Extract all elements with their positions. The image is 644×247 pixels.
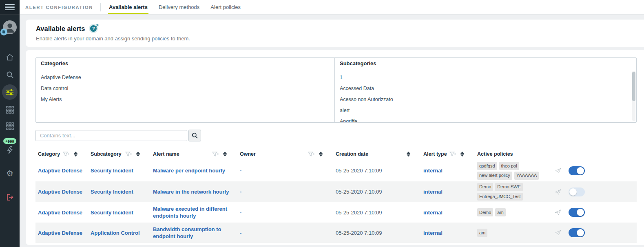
column-header-creation-date[interactable]: Creation date xyxy=(333,151,421,157)
sort-icon[interactable] xyxy=(460,152,464,157)
policy-chip: Entrega_JMCC_Test xyxy=(477,193,523,201)
cell-active-policies: qsdfqsdtheo polnew alert policyYAAAAAA xyxy=(475,160,552,181)
toggle-knob xyxy=(577,209,584,216)
cell-alert-name[interactable]: Malware per endpoint hourly xyxy=(150,165,237,176)
subcategory-item[interactable]: Angriffe xyxy=(340,116,631,122)
toggle-knob xyxy=(577,229,584,236)
alert-enabled-toggle[interactable] xyxy=(569,208,585,217)
cell-owner: - xyxy=(237,165,333,176)
policy-chip: am xyxy=(477,229,487,237)
cell-alert-type[interactable]: internal xyxy=(421,165,475,176)
column-header-owner[interactable]: Owner xyxy=(237,151,333,157)
settings-gear-icon[interactable]: ⚙ xyxy=(0,165,20,181)
cell-active-policies: DemoDemo SWEEntrega_JMCC_Test xyxy=(475,181,552,203)
table-row: Adaptive DefenseSecurity IncidentMalware… xyxy=(35,160,637,181)
cell-category[interactable]: Adaptive Defense xyxy=(35,165,88,176)
subcategory-item[interactable]: Acesso non Autorizzato xyxy=(340,94,631,105)
cell-owner: - xyxy=(237,228,333,238)
subcategory-item[interactable]: alert xyxy=(340,105,631,116)
page-header-card: Available alerts ? Enable alerts in your… xyxy=(26,20,644,47)
sort-icon[interactable] xyxy=(223,152,227,157)
grid-modules-icon[interactable] xyxy=(0,118,20,134)
cell-alert-type[interactable]: internal xyxy=(421,228,475,238)
table-row: Adaptive DefenseSecurity IncidentMalware… xyxy=(35,181,637,203)
cell-alert-type[interactable]: internal xyxy=(421,207,475,218)
cell-active-policies: am xyxy=(475,227,552,238)
cell-subcategory[interactable]: Security Incident xyxy=(88,207,150,218)
cell-subcategory[interactable]: Security Incident xyxy=(88,187,150,197)
alerts-table: CategorySubcategoryAlert nameOwnerCreati… xyxy=(35,148,637,243)
tab-delivery-methods[interactable]: Delivery methods xyxy=(158,0,200,14)
toggle-knob xyxy=(569,188,577,196)
send-test-icon[interactable] xyxy=(552,227,566,238)
sort-icon[interactable] xyxy=(74,152,77,157)
alert-enabled-toggle[interactable] xyxy=(569,166,585,175)
grid-apps-icon[interactable] xyxy=(0,101,20,118)
cell-category[interactable]: Adaptive Defense xyxy=(35,187,88,197)
sort-icon[interactable] xyxy=(407,152,410,157)
column-header-active-policies[interactable]: Active policies xyxy=(475,151,552,157)
category-item[interactable]: My Alerts xyxy=(41,94,330,105)
help-icon[interactable]: ? xyxy=(89,24,98,33)
cell-alert-name[interactable]: Bandwidth consumption to endpoint hourly xyxy=(150,224,237,242)
sort-icon[interactable] xyxy=(136,152,140,157)
column-label: Subcategory xyxy=(91,151,122,157)
category-item[interactable]: Adaptive Defense xyxy=(41,72,330,83)
column-header-category[interactable]: Category xyxy=(35,151,88,157)
policy-chip: Demo xyxy=(477,183,493,191)
alert-enabled-toggle[interactable] xyxy=(569,187,585,196)
cell-toggle xyxy=(566,227,603,239)
column-header-icons xyxy=(125,152,140,157)
cell-alert-name[interactable]: Malware executed in different endpoints … xyxy=(150,204,237,221)
user-avatar[interactable] xyxy=(3,20,17,34)
search-icon[interactable] xyxy=(0,66,20,83)
search-button[interactable] xyxy=(188,130,201,141)
column-header-subcategory[interactable]: Subcategory xyxy=(88,151,150,157)
policy-chip-list: Demoam xyxy=(477,208,547,216)
filter-icon[interactable] xyxy=(308,152,314,157)
sort-icon[interactable] xyxy=(319,152,323,157)
send-test-icon[interactable] xyxy=(552,165,566,176)
filter-icon[interactable] xyxy=(63,152,69,157)
policy-chip-list: DemoDemo SWEEntrega_JMCC_Test xyxy=(477,183,547,201)
send-test-icon[interactable] xyxy=(552,207,566,218)
tab-alert-policies[interactable]: Alert policies xyxy=(210,0,241,14)
subcategory-item[interactable]: Accessed Data xyxy=(340,83,631,94)
cell-owner: - xyxy=(237,187,333,197)
top-navigation-bar: ALERT CONFIGURATION Available alertsDeli… xyxy=(20,0,644,15)
logout-icon[interactable] xyxy=(0,189,20,205)
send-test-icon[interactable] xyxy=(552,187,566,197)
column-header-alert-name[interactable]: Alert name xyxy=(150,151,237,157)
column-label: Creation date xyxy=(336,151,368,157)
alert-enabled-toggle[interactable] xyxy=(569,228,585,237)
cell-subcategory[interactable]: Application Control xyxy=(88,228,150,238)
column-header-alert-type[interactable]: Alert type xyxy=(421,151,475,157)
cell-creation-date: 05-25-2020 7:10:09 xyxy=(333,187,421,197)
table-header-row: CategorySubcategoryAlert nameOwnerCreati… xyxy=(35,148,637,160)
tab-available-alerts[interactable]: Available alerts xyxy=(108,0,148,14)
subcategory-item[interactable]: 1 xyxy=(340,72,631,83)
cell-category[interactable]: Adaptive Defense xyxy=(35,207,88,218)
policy-chip: YAAAAAA xyxy=(514,172,539,180)
table-row: Adaptive DefenseSecurity IncidentMalware… xyxy=(35,202,637,223)
lightning-icon[interactable] xyxy=(0,144,20,156)
cell-subcategory[interactable]: Security Incident xyxy=(88,165,150,176)
cell-category[interactable]: Adaptive Defense xyxy=(35,228,88,238)
alert-settings-icon-active[interactable] xyxy=(0,83,20,101)
filter-icon[interactable] xyxy=(212,152,219,157)
home-icon[interactable] xyxy=(0,49,20,65)
page-title: Available alerts xyxy=(36,25,85,33)
cell-toggle xyxy=(566,206,603,218)
filter-icon[interactable] xyxy=(449,152,456,157)
policy-chip: am xyxy=(495,208,505,216)
search-input[interactable] xyxy=(35,130,187,141)
main-card: Categories Adaptive DefenseData controlM… xyxy=(26,50,644,245)
cell-alert-name[interactable]: Malware in the network hourly xyxy=(150,187,237,197)
filter-icon[interactable] xyxy=(125,152,132,157)
scrollbar-thumb[interactable] xyxy=(632,72,635,101)
cell-alert-type[interactable]: internal xyxy=(421,187,475,197)
category-item[interactable]: Data control xyxy=(41,83,330,94)
policy-chip: qsdfqsd xyxy=(477,162,497,170)
column-label: Active policies xyxy=(477,151,513,157)
hamburger-menu-icon[interactable] xyxy=(0,0,20,15)
